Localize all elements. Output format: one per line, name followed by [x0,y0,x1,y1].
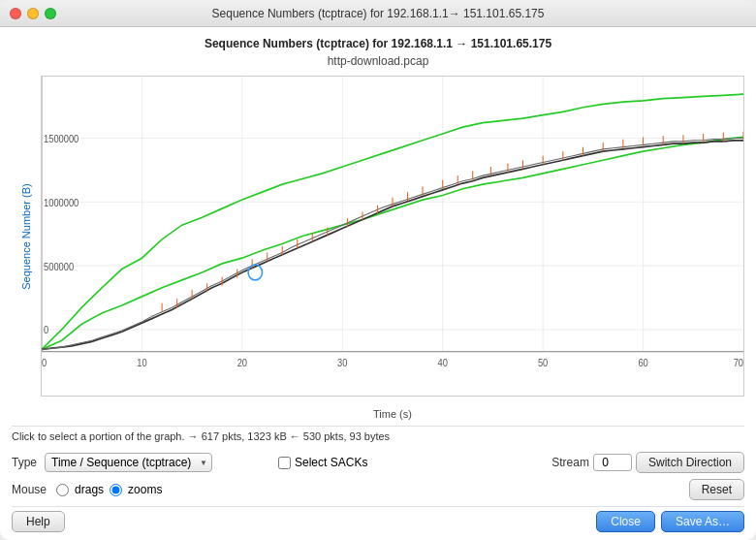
close-button[interactable]: Close [596,511,655,532]
help-button[interactable]: Help [12,511,65,532]
svg-text:20: 20 [237,358,248,368]
reset-button[interactable]: Reset [689,479,744,500]
mouse-drags-radio[interactable] [56,484,69,496]
svg-text:40: 40 [438,358,449,368]
type-select[interactable]: Time / Sequence (tcptrace) Time / Sequen… [45,453,212,472]
svg-text:1500000: 1500000 [44,134,79,144]
mouse-zooms-label: zooms [128,483,162,496]
x-axis-label: Time (s) [41,408,744,420]
minimize-button-icon[interactable] [27,8,39,19]
switch-direction-button[interactable]: Switch Direction [636,452,744,473]
mouse-zooms-radio[interactable] [110,484,122,496]
svg-text:1000000: 1000000 [44,197,79,207]
close-button-icon[interactable] [10,8,21,19]
stream-spinner[interactable] [593,454,632,471]
titlebar: Sequence Numbers (tcptrace) for 192.168.… [0,0,756,27]
mouse-drags-label: drags [75,483,104,496]
select-sacks-group: Select SACKs [278,456,367,469]
select-sacks-checkbox[interactable] [278,457,291,469]
svg-text:30: 30 [337,358,348,368]
stream-label: Stream [551,456,589,469]
svg-text:0: 0 [44,325,49,335]
svg-text:60: 60 [638,358,648,368]
svg-text:10: 10 [137,358,147,368]
y-axis-label: Sequence Number (B) [12,76,41,397]
chart-title-line1: Sequence Numbers (tcptrace) for 192.168.… [12,35,744,52]
stream-group: Stream Switch Direction [551,452,744,473]
titlebar-buttons [10,8,56,19]
window-title: Sequence Numbers (tcptrace) for 192.168.… [212,7,545,20]
svg-text:0: 0 [42,358,47,368]
select-sacks-label: Select SACKs [295,456,367,469]
chart-header: Sequence Numbers (tcptrace) for 192.168.… [12,27,744,70]
status-bar: Click to select a portion of the graph. … [12,426,744,446]
save-button[interactable]: Save As… [661,511,744,532]
chart-title-line2: http-download.pcap [12,52,744,70]
type-label: Type [12,456,37,469]
svg-text:500000: 500000 [44,261,75,271]
svg-text:70: 70 [734,358,743,368]
svg-text:50: 50 [538,358,549,368]
mouse-label: Mouse [12,483,47,496]
chart-area[interactable]: 0 500000 1000000 1500000 0 10 20 30 40 5… [41,76,744,397]
mouse-radio-group: drags zooms [56,483,162,496]
maximize-button-icon[interactable] [45,8,56,19]
type-select-wrapper[interactable]: Time / Sequence (tcptrace) Time / Sequen… [45,453,212,472]
